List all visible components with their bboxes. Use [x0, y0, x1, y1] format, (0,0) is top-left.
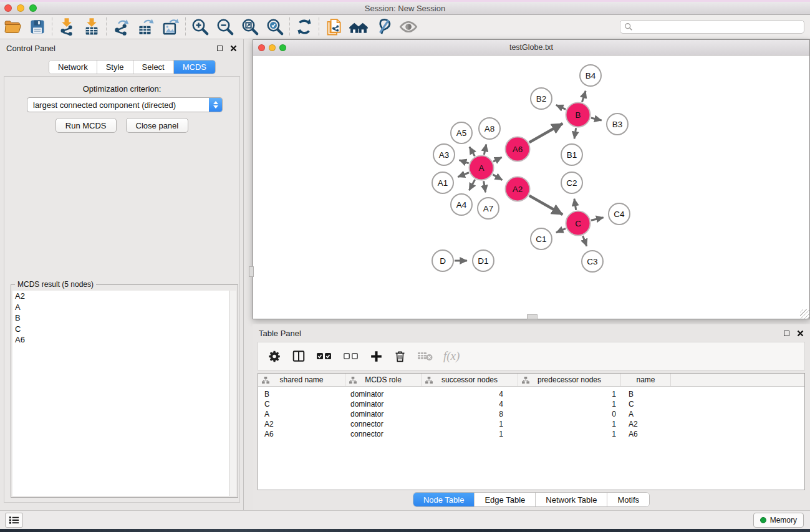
result-list-item[interactable]: A6 — [12, 334, 229, 346]
result-list-item[interactable]: A — [12, 302, 229, 313]
import-table-button[interactable] — [79, 16, 104, 37]
table-cell: 8 — [422, 410, 518, 418]
graph-node-label: A5 — [456, 128, 467, 138]
sitemap-icon — [349, 377, 357, 384]
canvas-bottom-handle[interactable] — [527, 314, 538, 319]
tab-mcds[interactable]: MCDS — [174, 60, 215, 74]
zoom-fit-button[interactable] — [238, 16, 263, 37]
graph-edge-A-A7[interactable] — [484, 181, 486, 192]
result-list-item[interactable]: A2 — [12, 291, 229, 302]
zoom-out-button[interactable] — [213, 16, 238, 37]
show-columns-icon[interactable] — [292, 349, 306, 363]
graph-edge-A-A3[interactable] — [460, 160, 469, 163]
table-cell: connector — [345, 420, 422, 428]
tab-select[interactable]: Select — [133, 60, 174, 74]
graph-node-label: C4 — [614, 210, 625, 219]
cybrowser-home-button[interactable] — [346, 16, 371, 37]
graph-edge-B-B1[interactable] — [574, 128, 576, 138]
deselect-all-checkboxes-icon[interactable] — [343, 351, 359, 362]
column-header-successor-nodes[interactable]: successor nodes — [422, 374, 518, 386]
column-header-name[interactable]: name — [621, 374, 671, 386]
function-builder-icon[interactable]: f(x) — [443, 349, 460, 363]
graph-edge-A2-C[interactable] — [529, 196, 563, 215]
table-row[interactable]: Cdominator41C — [258, 399, 804, 409]
result-list-item[interactable]: C — [12, 324, 229, 335]
settings-gear-icon[interactable] — [268, 350, 281, 363]
tab-motifs[interactable]: Motifs — [607, 493, 649, 506]
show-graphics-details-button[interactable] — [396, 16, 421, 37]
run-mcds-button[interactable]: Run MCDS — [55, 118, 117, 133]
tab-network-table[interactable]: Network Table — [536, 493, 607, 506]
graph-edge-A-A6[interactable] — [493, 157, 502, 162]
graph-edge-A-A2[interactable] — [493, 175, 503, 180]
float-panel-icon[interactable] — [217, 46, 223, 51]
open-session-button[interactable] — [0, 16, 25, 37]
tab-edge-table[interactable]: Edge Table — [475, 493, 536, 506]
add-column-icon[interactable] — [370, 350, 383, 363]
memory-button[interactable]: Memory — [753, 513, 804, 528]
table-panel-title: Table Panel — [259, 329, 301, 338]
table-cell: B — [621, 390, 671, 399]
table-row[interactable]: Bdominator41B — [258, 389, 804, 399]
graph-edge-A6-B[interactable] — [529, 123, 563, 142]
graph-node-label: C3 — [587, 257, 597, 266]
table-row[interactable]: A6connector11A6 — [258, 429, 804, 439]
select-all-checkboxes-icon[interactable] — [316, 351, 332, 362]
graph-edge-A-A5[interactable] — [470, 147, 475, 157]
tab-style[interactable]: Style — [97, 60, 133, 74]
network-window-titlebar[interactable]: testGlobe.txt — [253, 40, 809, 56]
graph-edge-B-B2[interactable] — [556, 105, 566, 109]
export-table-button[interactable] — [133, 16, 158, 37]
column-header-shared-name[interactable]: shared name — [258, 374, 345, 386]
graph-edge-C-C2[interactable] — [574, 199, 576, 210]
table-body: Bdominator41BCdominator41CAdominator80AA… — [258, 389, 804, 439]
hide-annotations-button[interactable] — [371, 16, 396, 37]
new-network-from-selection-button[interactable] — [321, 16, 346, 37]
close-panel-button[interactable]: Close panel — [126, 118, 189, 133]
float-table-panel-icon[interactable] — [784, 331, 789, 336]
delete-column-icon[interactable] — [393, 350, 407, 363]
graph-edge-C-C1[interactable] — [556, 228, 566, 232]
canvas-left-handle[interactable] — [249, 266, 254, 277]
graph-edge-A-A4[interactable] — [469, 180, 475, 190]
delete-table-icon[interactable] — [417, 351, 433, 362]
refresh-layout-button[interactable] — [292, 16, 317, 37]
export-network-icon — [112, 17, 130, 36]
window-resize-grip[interactable] — [800, 309, 809, 319]
network-window-title: testGlobe.txt — [253, 43, 809, 52]
zoom-in-icon — [191, 17, 210, 36]
column-header-mcds-role[interactable]: MCDS role — [345, 374, 422, 386]
graph-edge-A-A1[interactable] — [458, 173, 469, 177]
tab-network[interactable]: Network — [49, 60, 97, 74]
save-session-button[interactable] — [25, 16, 50, 37]
import-table-icon — [82, 17, 101, 36]
result-scrollbar[interactable] — [229, 291, 236, 496]
graph-edge-B-B4[interactable] — [582, 91, 586, 102]
network-graph[interactable]: B4B2BB3A8A5A6A3B1AA1C2A2A4A7C4CC1DD1C3 — [253, 56, 809, 319]
zoom-selected-button[interactable] — [263, 16, 287, 37]
search-input[interactable] — [633, 21, 804, 32]
search-field[interactable] — [620, 20, 804, 34]
mcds-result-box: MCDS result (5 nodes) A2ABCA6 — [11, 284, 238, 498]
graph-edge-C-C3[interactable] — [583, 236, 587, 246]
mcds-result-list[interactable]: A2ABCA6 — [12, 291, 229, 496]
graph-edge-B-B3[interactable] — [591, 118, 602, 120]
column-header-predecessor-nodes[interactable]: predecessor nodes — [518, 374, 621, 386]
graph-edge-A-A8[interactable] — [484, 144, 486, 154]
export-image-button[interactable] — [158, 16, 183, 37]
close-panel-icon[interactable] — [230, 45, 237, 52]
result-list-item[interactable]: B — [12, 312, 229, 324]
toolbar-separator — [319, 17, 319, 36]
import-network-button[interactable] — [54, 16, 79, 37]
close-table-panel-icon[interactable] — [797, 330, 804, 337]
graph-edge-C-C4[interactable] — [591, 218, 604, 220]
table-row[interactable]: Adominator80A — [258, 409, 804, 419]
table-cell: 1 — [518, 390, 621, 399]
table-row[interactable]: A2connector11A2 — [258, 419, 804, 429]
network-canvas[interactable]: B4B2BB3A8A5A6A3B1AA1C2A2A4A7C4CC1DD1C3 — [253, 56, 809, 319]
task-history-button[interactable] — [5, 513, 23, 528]
optimization-criterion-select[interactable]: largest connected component (directed) — [27, 97, 223, 112]
tab-node-table[interactable]: Node Table — [413, 493, 475, 506]
zoom-in-button[interactable] — [188, 16, 213, 37]
export-network-button[interactable] — [108, 16, 133, 37]
